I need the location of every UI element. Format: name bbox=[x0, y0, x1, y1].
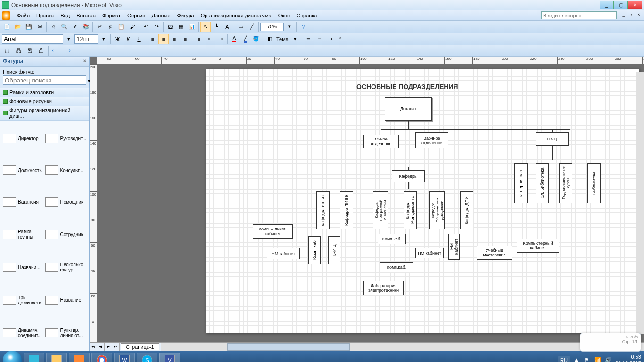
bold-icon[interactable]: Ж bbox=[112, 34, 123, 44]
move-left-icon[interactable]: ⟸ bbox=[50, 46, 61, 56]
fill-color-icon[interactable]: 🪣 bbox=[251, 34, 261, 44]
stencil-backgrounds[interactable]: Фоновые рисунки bbox=[0, 97, 89, 106]
page-tab-1[interactable]: Страница-1 bbox=[121, 343, 159, 350]
node-kaf-ond[interactable]: Кафедра Общенаучных дисциплин bbox=[429, 191, 445, 229]
cut-icon[interactable]: ✂ bbox=[94, 22, 105, 32]
font-select[interactable] bbox=[2, 34, 63, 44]
node-el-biblioteka[interactable]: Эл. Библиотека bbox=[536, 163, 549, 203]
line-ends-icon[interactable]: ⇢ bbox=[325, 34, 336, 44]
node-internet-zal[interactable]: Интернет зал bbox=[514, 163, 528, 203]
menu-insert[interactable]: Вставка bbox=[74, 12, 99, 19]
shape-master[interactable]: Название bbox=[44, 284, 88, 316]
zoom-dropdown-icon[interactable]: ▾ bbox=[284, 22, 295, 32]
menu-service[interactable]: Сервис bbox=[124, 12, 148, 19]
shape-master[interactable]: Консульт... bbox=[44, 155, 88, 186]
node-komp-kab-2[interactable]: Комп.каб. bbox=[378, 234, 406, 244]
node-kaf-men[interactable]: Кафедра Менеджмента bbox=[404, 191, 417, 229]
align-center-icon[interactable]: ≡ bbox=[158, 34, 169, 44]
shape-master[interactable]: Директор bbox=[2, 123, 43, 154]
new-doc-icon[interactable]: 📄 bbox=[2, 22, 12, 32]
move-right-icon[interactable]: ⟹ bbox=[62, 46, 72, 56]
menu-window[interactable]: Окно bbox=[275, 12, 293, 19]
tray-language[interactable]: RU bbox=[558, 356, 570, 362]
window-close-button[interactable]: ✕ bbox=[628, 1, 642, 9]
redo-icon[interactable]: ↷ bbox=[151, 22, 162, 32]
shape-master[interactable]: Три должности bbox=[2, 284, 43, 316]
doc-minimize-button[interactable]: _ bbox=[620, 12, 627, 19]
node-kaf-inyaz[interactable]: Кафедра Ин. яз. bbox=[316, 191, 330, 229]
node-nmc[interactable]: НМЦ bbox=[536, 132, 569, 146]
layout-side-icon[interactable]: 凸 bbox=[36, 46, 46, 56]
menu-edit[interactable]: Правка bbox=[33, 12, 57, 19]
office-button[interactable] bbox=[2, 11, 10, 20]
italic-icon[interactable]: К bbox=[123, 34, 133, 44]
print-preview-icon[interactable]: 🔍 bbox=[59, 22, 69, 32]
tray-network-icon[interactable]: 📶 bbox=[594, 357, 601, 362]
doc-close-button[interactable]: × bbox=[636, 12, 642, 19]
start-button[interactable] bbox=[3, 351, 22, 362]
page-viewport[interactable]: ОСНОВНЫЕ ПОДРАЗДЕЛЕНИЯ Деканат Очное отд… bbox=[97, 64, 644, 342]
node-komp-lingv[interactable]: Комп. – лингв. кабинет bbox=[253, 224, 293, 239]
node-lab-elektro[interactable]: Лаборатория электротехники bbox=[363, 281, 404, 295]
underline-icon[interactable]: Ч bbox=[134, 34, 144, 44]
tab-next-icon[interactable]: ▶ bbox=[105, 343, 112, 351]
menu-help[interactable]: Справка bbox=[294, 12, 320, 19]
line-pattern-icon[interactable]: ┄ bbox=[314, 34, 325, 44]
spelling-icon[interactable]: ✔ bbox=[70, 22, 80, 32]
menu-orgchart[interactable]: Организационная диаграмма bbox=[198, 12, 274, 19]
shape-master[interactable]: Сотрудник bbox=[44, 219, 88, 251]
node-podkursy[interactable]: Подготовительные курсы bbox=[559, 163, 572, 203]
size-dropdown-icon[interactable]: ▾ bbox=[99, 34, 109, 44]
format-painter-icon[interactable]: 🖌 bbox=[127, 22, 137, 32]
tab-prev-icon[interactable]: ◀ bbox=[97, 343, 105, 351]
drawing-page[interactable]: ОСНОВНЫЕ ПОДРАЗДЕЛЕНИЯ Деканат Очное отд… bbox=[206, 69, 639, 333]
node-uch-master[interactable]: Учебные мастерские bbox=[477, 246, 512, 260]
taskbar-word-icon[interactable]: W bbox=[114, 353, 135, 362]
relayout-icon[interactable]: ⬚ bbox=[2, 46, 12, 56]
insert-chart-icon[interactable]: 📊 bbox=[187, 22, 197, 32]
tray-volume-icon[interactable]: 🔊 bbox=[605, 357, 611, 362]
line-tool-icon[interactable]: ╱ bbox=[247, 22, 257, 32]
node-bic[interactable]: Б-И Ц bbox=[328, 236, 340, 264]
node-komp-kab-3[interactable]: Комп.каб. bbox=[380, 262, 413, 272]
email-icon[interactable]: ✉ bbox=[34, 22, 45, 32]
shape-master[interactable]: Рамка группы bbox=[2, 219, 43, 251]
node-komp-kabinet[interactable]: Компьютерный кабинет bbox=[517, 239, 559, 253]
shape-master[interactable]: Руководит... bbox=[44, 123, 88, 154]
shapes-panel-close-icon[interactable]: × bbox=[83, 58, 86, 65]
increase-indent-icon[interactable]: ⇥ bbox=[215, 34, 226, 44]
node-zaochnoe[interactable]: Заочное отделение bbox=[415, 132, 448, 148]
shape-master[interactable]: Динамич. соединит... bbox=[2, 317, 43, 349]
font-color-icon[interactable]: A bbox=[229, 34, 239, 44]
node-kaf-pive[interactable]: Кафедра ПИВЭ bbox=[340, 191, 353, 229]
shape-master[interactable]: Должность bbox=[2, 155, 43, 186]
stencil-frames[interactable]: Рамки и заголовки bbox=[0, 88, 89, 97]
connector-tool-icon[interactable]: ┗ bbox=[211, 22, 222, 32]
tray-clock[interactable]: 0:53 28.10.2015 bbox=[615, 354, 641, 362]
tray-flag-icon[interactable]: ▲ bbox=[574, 357, 580, 362]
window-maximize-button[interactable]: ▢ bbox=[614, 1, 628, 9]
node-biblioteka[interactable]: Библиотека bbox=[587, 163, 601, 203]
align-right-icon[interactable]: ≡ bbox=[169, 34, 180, 44]
node-dekanat[interactable]: Деканат bbox=[385, 97, 432, 121]
tab-first-icon[interactable]: ⏮ bbox=[90, 343, 97, 351]
stencil-orgchart[interactable]: Фигуры организационной диаг... bbox=[0, 106, 89, 121]
node-kaf-pi[interactable]: Кафедра Програмной Инженерии bbox=[373, 191, 388, 229]
rectangle-tool-icon[interactable]: ▭ bbox=[236, 22, 246, 32]
node-ochnoe[interactable]: Очное отделение bbox=[363, 135, 399, 148]
pointer-tool-icon[interactable]: ↖ bbox=[200, 22, 211, 32]
horizontal-scrollbar[interactable] bbox=[161, 343, 644, 351]
help-icon[interactable]: ? bbox=[298, 22, 308, 32]
node-nm-kabinet-3[interactable]: НМ кабинет bbox=[448, 234, 460, 260]
copy-icon[interactable]: ⎘ bbox=[105, 22, 116, 32]
taskbar-explorer-icon[interactable] bbox=[46, 353, 67, 362]
menu-shape[interactable]: Фигура bbox=[174, 12, 197, 19]
node-nm-kabinet-2[interactable]: НМ кабинет bbox=[415, 248, 444, 258]
font-size-select[interactable] bbox=[74, 34, 98, 44]
save-icon[interactable]: 💾 bbox=[24, 22, 34, 32]
vertical-scrollbar[interactable] bbox=[636, 72, 644, 334]
help-search-input[interactable] bbox=[541, 11, 617, 19]
line-color-icon[interactable]: ╱ bbox=[240, 34, 250, 44]
menu-file[interactable]: Файл bbox=[14, 12, 33, 19]
menu-data[interactable]: Данные bbox=[149, 12, 173, 19]
